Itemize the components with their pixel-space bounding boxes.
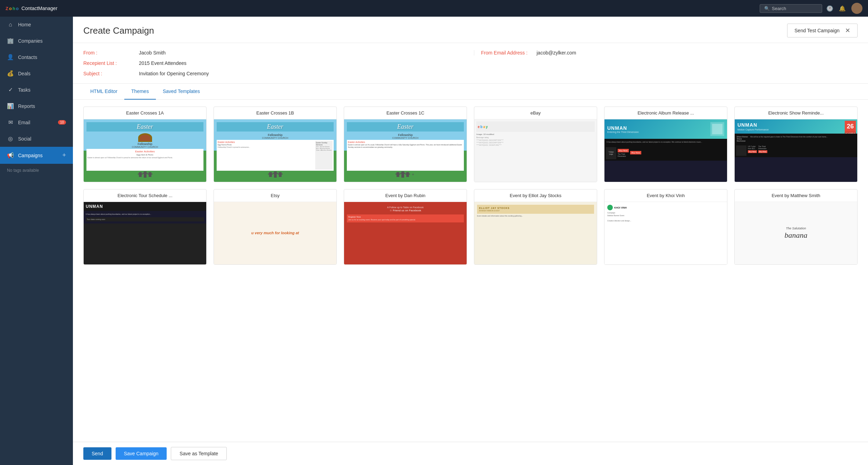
sidebar-item-companies[interactable]: 🏢 Companies — [0, 33, 73, 49]
template-card-easter-1a[interactable]: Easter Crosses 1A Easter Fellowship — [83, 107, 207, 182]
recipient-label: Recepient List : — [83, 60, 139, 66]
from-email-value: jacob@zylker.com — [537, 50, 576, 56]
template-preview: The Salutation banana — [735, 202, 857, 264]
template-name: Electronic Tour Schedule ... — [84, 189, 206, 202]
template-preview: ELLIOT JAY STOCKS BANNER RIBBON EVENT Ev… — [474, 202, 597, 264]
topbar: Z o h o ContactManager 🔍 Search 🕐 🔔 — [0, 0, 868, 17]
zoho-z: Z — [6, 6, 8, 11]
subject-value: Invitation for Opening Ceremony — [139, 71, 209, 76]
sidebar-item-social[interactable]: ◎ Social — [0, 130, 73, 147]
template-name: Easter Crosses 1B — [214, 107, 336, 119]
template-card-easter-1c[interactable]: Easter Crosses 1C Easter Fellowship COMM… — [344, 107, 467, 182]
contacts-icon: 👤 — [7, 54, 14, 60]
sidebar-label-email: Email — [18, 120, 30, 125]
template-card-event-matthew[interactable]: Event by Matthew Smith The Salutation ba… — [734, 189, 858, 265]
app-name: ContactManager — [22, 6, 58, 11]
recipient-value: 2015 Event Attendees — [139, 60, 186, 66]
main-content: Create Campaign Send Test Campaign ✕ Fro… — [73, 17, 868, 465]
reports-icon: 📊 — [7, 103, 14, 109]
template-card-event-elliot[interactable]: Event by Elliot Jay Stocks ELLIOT JAY ST… — [474, 189, 597, 265]
template-name: Event by Elliot Jay Stocks — [474, 189, 597, 202]
send-test-campaign-button[interactable]: Send Test Campaign ✕ — [787, 24, 858, 37]
close-icon[interactable]: ✕ — [845, 27, 850, 34]
deals-icon: 💰 — [7, 70, 14, 77]
template-card-tour-schedule[interactable]: Electronic Tour Schedule ... UNMAN It ha… — [83, 189, 207, 265]
from-left: From : Jacob Smith — [83, 50, 460, 56]
save-template-button[interactable]: Save as Template — [171, 447, 227, 460]
content-header: Create Campaign Send Test Campaign ✕ — [73, 17, 868, 43]
subject-label: Subject : — [83, 71, 139, 76]
sidebar-label-reports: Reports — [18, 103, 35, 109]
tab-html-editor[interactable]: HTML Editor — [83, 84, 124, 100]
template-card-easter-1b[interactable]: Easter Crosses 1B Easter Fellowship COMM… — [214, 107, 337, 182]
template-card-etsy[interactable]: Etsy u very much for looking at — [214, 189, 337, 265]
template-name: Easter Crosses 1A — [84, 107, 206, 119]
sidebar-label-companies: Companies — [18, 38, 43, 44]
zoho-wordmark: Z o h o — [6, 6, 19, 11]
sidebar-item-reports[interactable]: 📊 Reports — [0, 98, 73, 114]
template-preview: u very much for looking at — [214, 202, 336, 264]
template-preview: UNMAN It has always been about pushing b… — [84, 202, 206, 264]
email-badge: 10 — [58, 120, 66, 125]
bell-icon[interactable]: 🔔 — [839, 5, 846, 12]
home-icon: ⌂ — [7, 22, 14, 28]
save-campaign-button[interactable]: Save Campaign — [116, 447, 167, 460]
send-test-label: Send Test Campaign — [794, 28, 840, 33]
sidebar-label-campaigns: Campaigns — [18, 153, 43, 158]
topbar-icons: 🕐 🔔 — [826, 3, 862, 14]
search-placeholder: Search — [772, 6, 786, 11]
sidebar-item-tasks[interactable]: ✓ Tasks — [0, 82, 73, 98]
email-icon: ✉ — [7, 119, 14, 126]
social-icon: ◎ — [7, 135, 14, 142]
sidebar-label-home: Home — [18, 22, 31, 27]
sidebar-item-deals[interactable]: 💰 Deals — [0, 65, 73, 82]
templates-area: Easter Crosses 1A Easter Fellowship — [73, 100, 868, 442]
page-title: Create Campaign — [83, 25, 154, 36]
zoho-o1: o — [9, 6, 12, 11]
template-card-electronic-show[interactable]: Electronic Show Reminde... UNMAN Motion … — [734, 107, 858, 182]
template-card-event-dan[interactable]: Event by Dan Rubin A Follow up to Table … — [344, 189, 467, 265]
main-layout: ⌂ Home 🏢 Companies 👤 Contacts 💰 Deals ✓ … — [0, 17, 868, 465]
templates-grid: Easter Crosses 1A Easter Fellowship — [83, 107, 858, 265]
footer-bar: Send Save Campaign Save as Template — [73, 442, 868, 465]
template-card-electronic-album[interactable]: Electronic Album Release ... UNMAN Enter… — [604, 107, 727, 182]
template-preview: Easter Fellowship COMMUNITY CHURCH Easte… — [344, 119, 467, 182]
sidebar-item-email[interactable]: ✉ Email 10 — [0, 114, 73, 130]
clock-icon[interactable]: 🕐 — [826, 5, 833, 12]
sidebar-item-campaigns[interactable]: 📢 Campaigns + — [0, 147, 73, 164]
sidebar-item-contacts[interactable]: 👤 Contacts — [0, 49, 73, 65]
tab-themes[interactable]: Themes — [124, 84, 156, 100]
search-icon: 🔍 — [764, 6, 770, 11]
sidebar: ⌂ Home 🏢 Companies 👤 Contacts 💰 Deals ✓ … — [0, 17, 73, 465]
search-bar[interactable]: 🔍 Search — [760, 4, 822, 13]
app-logo: Z o h o ContactManager — [6, 6, 57, 11]
zoho-o2: o — [16, 6, 19, 11]
template-preview: e b a y Image: 18 modified Beverage rati… — [474, 119, 597, 182]
no-tags-label: No tags available — [0, 164, 73, 177]
companies-icon: 🏢 — [7, 37, 14, 44]
campaigns-add-button[interactable]: + — [62, 152, 66, 159]
template-name: Electronic Album Release ... — [604, 107, 727, 119]
template-name: eBay — [474, 107, 597, 119]
subject-row: Subject : Invitation for Opening Ceremon… — [83, 71, 858, 76]
user-avatar[interactable] — [851, 3, 862, 14]
from-email-label: From Email Address : — [481, 50, 537, 56]
form-section: From : Jacob Smith From Email Address : … — [73, 43, 868, 84]
recipient-row: Recepient List : 2015 Event Attendees — [83, 60, 858, 66]
tab-saved-templates[interactable]: Saved Templates — [156, 84, 207, 100]
template-preview: Easter Fellowship COMMUNITY CHURCH East — [84, 119, 206, 182]
template-name: Etsy — [214, 189, 336, 202]
sidebar-label-social: Social — [18, 136, 31, 142]
sidebar-label-contacts: Contacts — [18, 54, 37, 60]
template-card-ebay[interactable]: eBay e b a y Image: 18 mod — [474, 107, 597, 182]
template-preview: Easter Fellowship COMMUNITY CHURCH Easte… — [214, 119, 336, 182]
template-preview: A Follow up to Table on Facebook ☆ Frien… — [344, 202, 467, 264]
zoho-h: h — [12, 6, 15, 11]
template-card-event-khoi[interactable]: Event by Khoi Vinh KHOI VINH CampaignSid… — [604, 189, 727, 265]
send-button[interactable]: Send — [83, 447, 111, 460]
template-preview: UNMAN Entering the Third Dimension It ha… — [604, 119, 727, 182]
from-email-right: From Email Address : jacob@zylker.com — [474, 50, 858, 56]
from-value: Jacob Smith — [139, 50, 166, 56]
sidebar-item-home[interactable]: ⌂ Home — [0, 17, 73, 33]
tabs-bar: HTML Editor Themes Saved Templates — [73, 84, 868, 100]
